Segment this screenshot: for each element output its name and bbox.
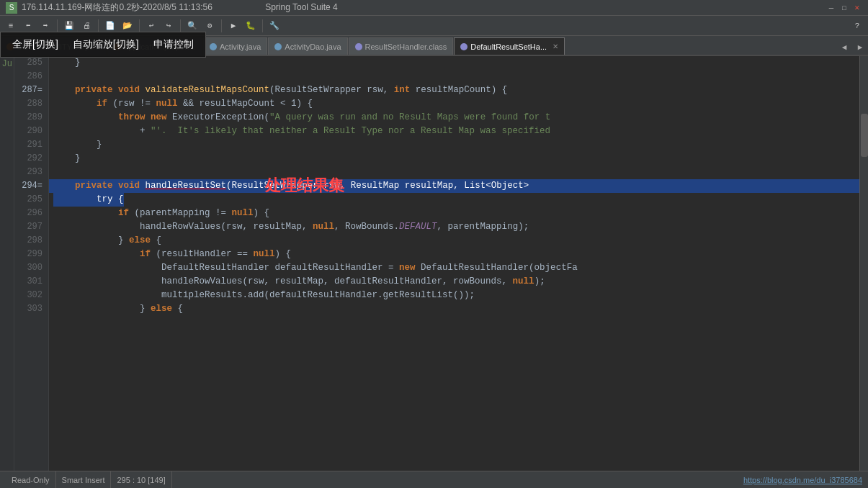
line-num-300: 300 xyxy=(17,261,42,275)
tab-icon-activitydao xyxy=(274,43,282,50)
tab-scroll-right[interactable]: ▶ xyxy=(852,39,868,55)
tab-defaultresultsetha[interactable]: DefaultResultSetHa... ✕ xyxy=(454,37,565,55)
toolbar-separator-3 xyxy=(139,19,140,32)
code-line-289: throw new ExecutorException("A query was… xyxy=(49,111,859,125)
status-smart-insert: Smart Insert xyxy=(56,471,112,488)
app-icon: S xyxy=(6,2,17,14)
tab-icon-activity xyxy=(210,43,217,50)
window-controls: ─ □ ✕ xyxy=(826,3,862,13)
scrollbar-right[interactable] xyxy=(859,56,868,471)
fullscreen-toggle[interactable]: 全屏[切换] xyxy=(12,38,58,51)
code-line-294: private void handleResultSet(ResultSetWr… xyxy=(49,179,859,193)
tab-close-icon[interactable]: ✕ xyxy=(552,42,558,50)
toolbar-btn-debug[interactable]: 🐛 xyxy=(243,18,259,34)
code-line-301: handleRowValues(rsw, resultMap, defaultR… xyxy=(49,275,859,289)
code-line-298: } else { xyxy=(49,234,859,248)
line-num-295: 295 xyxy=(17,193,42,207)
tab-scroll-left[interactable]: ◀ xyxy=(836,39,852,55)
code-line-291: } xyxy=(49,138,859,152)
tab-label-activity: Activity.java xyxy=(220,42,261,51)
code-line-296: if (parentMapping != null) { xyxy=(49,207,859,220)
request-control[interactable]: 申请控制 xyxy=(153,38,194,51)
auto-shrink-toggle[interactable]: 自动缩放[切换] xyxy=(73,38,139,51)
code-line-300: DefaultResultHandler defaultResultHandle… xyxy=(49,261,859,275)
title-text: 176.114.11.169-网络连的0.2秒-2020/8/5 11:13:5… xyxy=(22,1,826,14)
line-numbers: 285 286 287= 288 289 290 291 292 293 294… xyxy=(14,56,49,471)
code-line-293 xyxy=(49,166,859,179)
code-line-292: } xyxy=(49,152,859,166)
tab-activitydao-java[interactable]: ActivityDao.java xyxy=(268,37,347,55)
code-line-290: + "'. It's likely that neither a Result … xyxy=(49,125,859,138)
code-area: Ju 285 286 287= 288 289 290 291 292 293 … xyxy=(0,56,868,471)
line-num-297: 297 xyxy=(17,220,42,234)
maximize-button[interactable]: □ xyxy=(839,3,849,13)
side-icons: Ju xyxy=(0,56,14,471)
line-num-294: 294= xyxy=(17,179,42,193)
status-bar: Read-Only Smart Insert 295 : 10 [149] ht… xyxy=(0,471,868,488)
scrollbar-thumb[interactable] xyxy=(861,114,868,157)
tab-label-resultset: ResultSetHandler.class xyxy=(365,42,447,51)
overlay-panel: 全屏[切换] 自动缩放[切换] 申请控制 xyxy=(0,32,206,58)
line-num-289: 289 xyxy=(17,111,42,125)
line-num-302: 302 xyxy=(17,289,42,302)
side-icon-package[interactable]: Ju xyxy=(2,59,12,69)
tab-label-activitydao: ActivityDao.java xyxy=(285,42,341,51)
code-line-302: multipleResults.add(defaultResultHandler… xyxy=(49,289,859,302)
code-line-288: if (rsw != null && resultMapCount < 1) { xyxy=(49,97,859,111)
line-num-296: 296 xyxy=(17,207,42,220)
toolbar-separator-6 xyxy=(262,19,263,32)
line-num-293: 293 xyxy=(17,166,42,179)
toolbar-separator-1 xyxy=(57,19,58,32)
line-num-285: 285 xyxy=(17,56,42,70)
code-line-286 xyxy=(49,70,859,83)
code-line-297: handleRowValues(rsw, resultMap, null, Ro… xyxy=(49,220,859,234)
code-line-299: if (resultHandler == null) { xyxy=(49,248,859,261)
code-line-303: } else { xyxy=(49,302,859,316)
line-num-303: 303 xyxy=(17,302,42,316)
line-num-287: 287= xyxy=(17,83,42,97)
tab-icon-defaultresult xyxy=(460,43,467,50)
toolbar-btn-help[interactable]: ? xyxy=(849,18,865,34)
toolbar-separator-2 xyxy=(98,19,99,32)
toolbar-separator-4 xyxy=(180,19,181,32)
status-readonly: Read-Only xyxy=(6,471,56,488)
line-num-288: 288 xyxy=(17,97,42,111)
close-button[interactable]: ✕ xyxy=(852,3,862,13)
code-line-295: try { xyxy=(49,193,859,207)
line-num-298: 298 xyxy=(17,234,42,248)
code-content[interactable]: 处理结果集 } private void validateResultMapsC… xyxy=(49,56,859,471)
line-num-291: 291 xyxy=(17,138,42,152)
status-link[interactable]: https://blog.csdn.me/du_i3785684 xyxy=(743,476,862,484)
toolbar-btn-refactor[interactable]: 🔧 xyxy=(267,18,282,34)
line-num-299: 299 xyxy=(17,248,42,261)
status-position: 295 : 10 [149] xyxy=(111,471,171,488)
line-num-286: 286 xyxy=(17,70,42,83)
title-bar: S 176.114.11.169-网络连的0.2秒-2020/8/5 11:13… xyxy=(0,0,868,16)
code-line-285: } xyxy=(49,56,859,70)
tab-activity-java[interactable]: Activity.java xyxy=(203,37,267,55)
minimize-button[interactable]: ─ xyxy=(826,3,836,13)
line-num-292: 292 xyxy=(17,152,42,166)
line-num-301: 301 xyxy=(17,275,42,289)
line-num-290: 290 xyxy=(17,125,42,138)
tab-label-defaultresult: DefaultResultSetHa... xyxy=(470,42,547,51)
code-line-287: private void validateResultMapsCount(Res… xyxy=(49,83,859,97)
toolbar-separator-5 xyxy=(221,19,222,32)
tab-resultsethandler-class[interactable]: ResultSetHandler.class xyxy=(349,37,454,55)
tab-icon-resultset xyxy=(355,43,362,50)
toolbar-btn-run[interactable]: ▶ xyxy=(225,18,241,34)
